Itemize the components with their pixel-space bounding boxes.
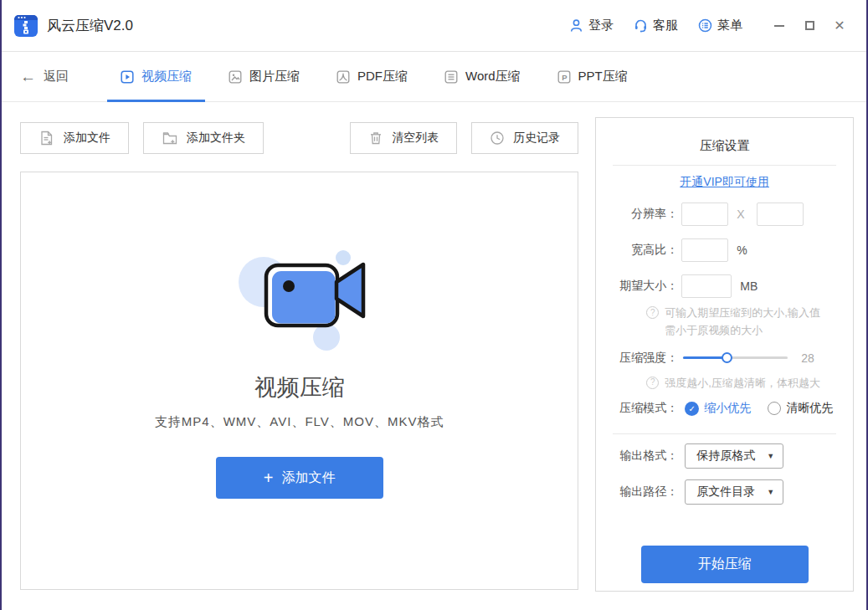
slider-handle[interactable] <box>722 352 732 363</box>
content: 添加文件 添加文件夹 <box>2 102 866 592</box>
chevron-down-icon: ▼ <box>767 488 774 496</box>
maximize-icon <box>805 21 814 30</box>
clock-icon <box>490 131 505 146</box>
back-button[interactable]: ← 返回 <box>20 68 69 86</box>
resolution-width-input[interactable] <box>681 202 728 226</box>
resolution-row: 分辨率： X <box>606 202 853 226</box>
target-size-unit: MB <box>740 279 758 293</box>
tab-image-compress[interactable]: 图片压缩 <box>210 52 318 102</box>
strength-row: 压缩强度： 28 <box>606 346 853 370</box>
ppt-icon: P <box>557 70 571 84</box>
aspect-ratio-row: 宽高比： % <box>606 238 853 262</box>
file-plus-icon <box>39 130 55 146</box>
output-format-dropdown[interactable]: 保持原格式 ▼ <box>685 443 783 469</box>
chevron-down-icon: ▼ <box>767 452 774 460</box>
history-button[interactable]: 历史记录 <box>471 122 578 154</box>
aspect-ratio-input[interactable] <box>681 238 728 262</box>
output-format-row: 输出格式： 保持原格式 ▼ <box>606 444 853 468</box>
minimize-button[interactable] <box>768 14 791 38</box>
output-path-row: 输出路径： 原文件目录 ▼ <box>606 480 853 504</box>
left-column: 添加文件 添加文件夹 <box>20 117 578 592</box>
menu-list-icon <box>698 18 712 33</box>
target-size-row: 期望大小： MB <box>606 274 853 298</box>
close-icon: ✕ <box>834 19 845 33</box>
aspect-ratio-label: 宽高比： <box>606 243 678 258</box>
question-icon: ? <box>646 306 659 319</box>
divider <box>613 433 836 434</box>
target-size-input[interactable] <box>681 274 732 298</box>
menu-button[interactable]: 菜单 <box>698 18 742 33</box>
folder-plus-icon <box>162 130 178 146</box>
login-button[interactable]: 登录 <box>569 18 614 33</box>
start-compress-button[interactable]: 开始压缩 <box>641 546 809 583</box>
trash-icon <box>368 131 383 146</box>
tab-ppt-compress[interactable]: P PPT压缩 <box>539 52 646 102</box>
resolution-height-input[interactable] <box>757 202 804 226</box>
vip-link[interactable]: 开通VIP即可使用 <box>680 175 769 188</box>
tab-video-compress[interactable]: 视频压缩 <box>102 52 210 102</box>
video-play-icon <box>121 70 134 84</box>
headset-icon <box>634 18 648 33</box>
add-folder-button[interactable]: 添加文件夹 <box>143 122 264 154</box>
app-logo-icon <box>13 13 39 38</box>
target-size-label: 期望大小： <box>606 279 678 294</box>
target-size-hint: ? 可输入期望压缩到的大小,输入值 需小于原视频的大小 <box>646 305 853 340</box>
resolution-label: 分辨率： <box>606 207 678 222</box>
window-controls: ✕ <box>768 14 851 38</box>
panel-title: 视频压缩 <box>254 372 345 402</box>
resolution-x-separator: X <box>737 208 744 221</box>
divider <box>613 165 836 166</box>
customer-service-button[interactable]: 客服 <box>634 18 678 33</box>
output-path-dropdown[interactable]: 原文件目录 ▼ <box>685 479 783 505</box>
add-file-primary-button[interactable]: + 添加文件 <box>216 457 383 499</box>
add-file-button[interactable]: 添加文件 <box>20 122 129 154</box>
pdf-icon <box>336 70 350 84</box>
radio-checked-icon: ✓ <box>685 402 699 416</box>
plus-icon: + <box>264 469 274 486</box>
document-lines-icon <box>444 70 458 84</box>
question-icon: ? <box>646 377 659 389</box>
close-button[interactable]: ✕ <box>828 14 851 38</box>
app-title: 风云压缩V2.0 <box>47 16 133 35</box>
tab-word-compress[interactable]: Word压缩 <box>426 52 539 102</box>
strength-slider[interactable] <box>683 352 788 363</box>
app-window: 风云压缩V2.0 登录 <box>0 0 868 610</box>
settings-sidebar: 压缩设置 开通VIP即可使用 分辨率： X 宽高比： % 期望大小： MB ? <box>595 117 854 592</box>
svg-text:P: P <box>562 72 568 81</box>
maximize-button[interactable] <box>798 14 821 38</box>
supported-formats: 支持MP4、WMV、AVI、FLV、MOV、MKV格式 <box>155 414 444 430</box>
image-icon <box>229 70 242 84</box>
mode-row: 压缩模式： ✓ 缩小优先 清晰优先 <box>606 397 853 420</box>
aspect-ratio-unit: % <box>737 243 747 257</box>
output-path-label: 输出路径： <box>606 484 678 500</box>
titlebar: 风云压缩V2.0 登录 <box>2 0 866 52</box>
radio-shrink-priority[interactable]: ✓ 缩小优先 <box>685 401 751 416</box>
titlebar-menu: 登录 客服 <box>569 18 742 33</box>
strength-value: 28 <box>801 351 814 365</box>
back-arrow-icon: ← <box>20 68 36 86</box>
tabbar: ← 返回 视频压缩 <box>2 52 866 102</box>
radio-clarity-priority[interactable]: 清晰优先 <box>768 401 833 416</box>
tabs: 视频压缩 图片压缩 P <box>102 52 646 102</box>
strength-label: 压缩强度： <box>606 351 678 366</box>
minimize-icon <box>774 25 784 27</box>
radio-unchecked-icon <box>768 402 781 415</box>
file-drop-panel[interactable]: 视频压缩 支持MP4、WMV、AVI、FLV、MOV、MKV格式 + 添加文件 <box>20 172 578 590</box>
output-format-label: 输出格式： <box>606 449 678 464</box>
clear-list-button[interactable]: 清空列表 <box>350 122 457 154</box>
tab-pdf-compress[interactable]: PDF压缩 <box>318 52 426 102</box>
settings-title: 压缩设置 <box>596 138 853 154</box>
video-camera-illustration <box>220 243 379 354</box>
toolbar: 添加文件 添加文件夹 <box>20 122 578 154</box>
strength-hint: ? 强度越小,压缩越清晰，体积越大 <box>646 375 853 392</box>
mode-label: 压缩模式： <box>606 401 678 416</box>
user-icon <box>569 18 583 33</box>
